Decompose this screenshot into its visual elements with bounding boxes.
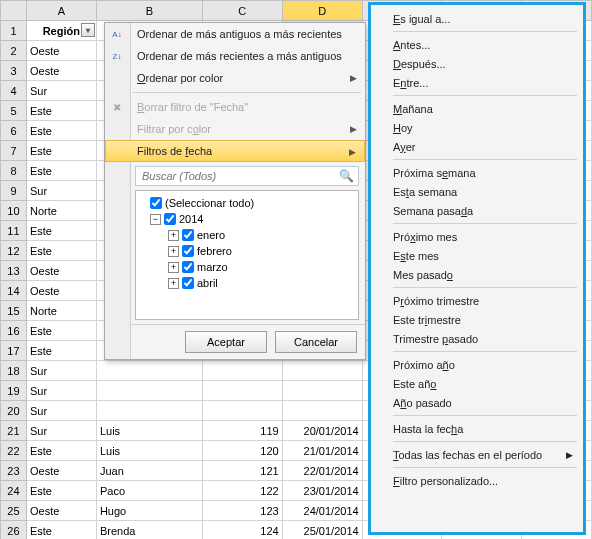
cell[interactable]: Sur (26, 361, 96, 381)
filter-this-week[interactable]: Esta semana (371, 182, 583, 201)
checkbox[interactable] (182, 277, 194, 289)
cancel-button[interactable]: Cancelar (275, 331, 357, 353)
filter-ytd[interactable]: Hasta la fecha (371, 419, 583, 438)
filter-yesterday[interactable]: Ayer (371, 137, 583, 156)
select-all-corner[interactable] (1, 1, 27, 21)
filter-today[interactable]: Hoy (371, 118, 583, 137)
row-header[interactable]: 19 (1, 381, 27, 401)
cell[interactable]: Sur (26, 421, 96, 441)
row-header[interactable]: 15 (1, 301, 27, 321)
row-header[interactable]: 14 (1, 281, 27, 301)
row-header[interactable]: 9 (1, 181, 27, 201)
filter-this-quarter[interactable]: Este trimestre (371, 310, 583, 329)
cell[interactable]: Sur (26, 401, 96, 421)
cell[interactable]: 25/01/2014 (282, 521, 362, 540)
cell[interactable]: Brenda (96, 521, 202, 540)
filter-last-month[interactable]: Mes pasado (371, 265, 583, 284)
cell[interactable]: Este (26, 221, 96, 241)
cell[interactable]: Este (26, 121, 96, 141)
row-header[interactable]: 2 (1, 41, 27, 61)
filter-this-month[interactable]: Este mes (371, 246, 583, 265)
row-header[interactable]: 25 (1, 501, 27, 521)
cell[interactable]: Este (26, 481, 96, 501)
checkbox[interactable] (164, 213, 176, 225)
expand-icon[interactable]: + (168, 278, 179, 289)
cell[interactable]: Oeste (26, 41, 96, 61)
sort-by-color[interactable]: Ordenar por color ▶ (105, 67, 365, 89)
cell[interactable] (96, 381, 202, 401)
cell[interactable] (96, 401, 202, 421)
cell[interactable]: Este (26, 141, 96, 161)
row-header[interactable]: 6 (1, 121, 27, 141)
cell[interactable] (282, 361, 362, 381)
cell[interactable] (202, 361, 282, 381)
row-header[interactable]: 16 (1, 321, 27, 341)
cell[interactable]: Oeste (26, 461, 96, 481)
cell[interactable]: Norte (26, 201, 96, 221)
cell[interactable] (96, 361, 202, 381)
cell[interactable]: Oeste (26, 261, 96, 281)
col-header-C[interactable]: C (202, 1, 282, 21)
tree-select-all[interactable]: (Seleccionar todo) (140, 195, 354, 211)
cell[interactable]: Paco (96, 481, 202, 501)
row-header[interactable]: 22 (1, 441, 27, 461)
checkbox[interactable] (150, 197, 162, 209)
col-header-A[interactable]: A (26, 1, 96, 21)
filter-search-input[interactable] (140, 169, 339, 183)
row-header[interactable]: 24 (1, 481, 27, 501)
row-header[interactable]: 26 (1, 521, 27, 540)
cell[interactable]: Sur (26, 81, 96, 101)
filter-between[interactable]: Entre... (371, 73, 583, 92)
cell[interactable]: Este (26, 241, 96, 261)
row-header[interactable]: 13 (1, 261, 27, 281)
row-header[interactable]: 8 (1, 161, 27, 181)
expand-icon[interactable]: + (168, 246, 179, 257)
row-header[interactable]: 10 (1, 201, 27, 221)
cell[interactable]: 24/01/2014 (282, 501, 362, 521)
row-header[interactable]: 20 (1, 401, 27, 421)
cell[interactable] (282, 381, 362, 401)
cell[interactable]: 119 (202, 421, 282, 441)
tree-month[interactable]: +febrero (140, 243, 354, 259)
expand-icon[interactable]: + (168, 230, 179, 241)
col-header-D[interactable]: D (282, 1, 362, 21)
filter-tomorrow[interactable]: Mañana (371, 99, 583, 118)
cell[interactable]: Norte (26, 301, 96, 321)
filter-equals[interactable]: Es igual a... (371, 9, 583, 28)
tree-month[interactable]: +marzo (140, 259, 354, 275)
checkbox[interactable] (182, 261, 194, 273)
cell[interactable]: Sur (26, 381, 96, 401)
tree-month[interactable]: +enero (140, 227, 354, 243)
row-header[interactable]: 4 (1, 81, 27, 101)
cell[interactable]: 121 (202, 461, 282, 481)
ok-button[interactable]: Aceptar (185, 331, 267, 353)
cell[interactable] (202, 401, 282, 421)
checkbox[interactable] (182, 229, 194, 241)
filter-after[interactable]: Después... (371, 54, 583, 73)
cell[interactable] (282, 401, 362, 421)
row-header[interactable]: 3 (1, 61, 27, 81)
checkbox[interactable] (182, 245, 194, 257)
cell[interactable]: 20/01/2014 (282, 421, 362, 441)
row-header[interactable]: 17 (1, 341, 27, 361)
filter-dropdown-region[interactable] (81, 23, 95, 37)
row-header[interactable]: 23 (1, 461, 27, 481)
cell[interactable]: Este (26, 441, 96, 461)
filter-before[interactable]: Antes... (371, 35, 583, 54)
filter-all-period[interactable]: Todas las fechas en el período▶ (371, 445, 583, 464)
filter-next-month[interactable]: Próximo mes (371, 227, 583, 246)
date-filters[interactable]: Filtros de fecha ▶ (105, 140, 365, 162)
row-header[interactable]: 12 (1, 241, 27, 261)
sort-oldest-newest[interactable]: A↓ Ordenar de más antiguos a más recient… (105, 23, 365, 45)
tree-month[interactable]: +abril (140, 275, 354, 291)
cell[interactable]: Oeste (26, 281, 96, 301)
filter-this-year[interactable]: Este año (371, 374, 583, 393)
sort-newest-oldest[interactable]: Z↓ Ordenar de más recientes a más antigu… (105, 45, 365, 67)
row-header[interactable]: 21 (1, 421, 27, 441)
filter-next-week[interactable]: Próxima semana (371, 163, 583, 182)
cell[interactable] (202, 381, 282, 401)
expand-icon[interactable]: + (168, 262, 179, 273)
cell[interactable]: 123 (202, 501, 282, 521)
filter-last-quarter[interactable]: Trimestre pasado (371, 329, 583, 348)
filter-custom[interactable]: Filtro personalizado... (371, 471, 583, 490)
